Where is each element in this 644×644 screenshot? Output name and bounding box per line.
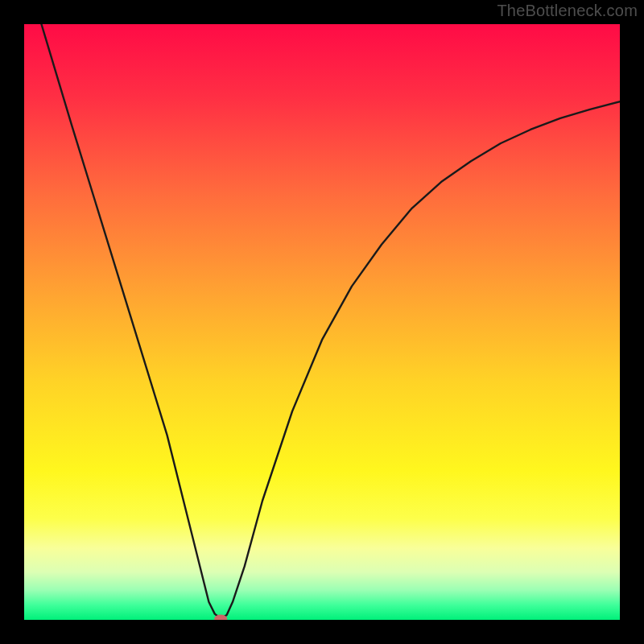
watermark-text: TheBottleneck.com xyxy=(497,2,638,20)
chart-frame: TheBottleneck.com xyxy=(0,0,644,644)
gradient-rect xyxy=(24,24,620,620)
chart-svg xyxy=(24,24,620,620)
plot-area xyxy=(24,24,620,620)
